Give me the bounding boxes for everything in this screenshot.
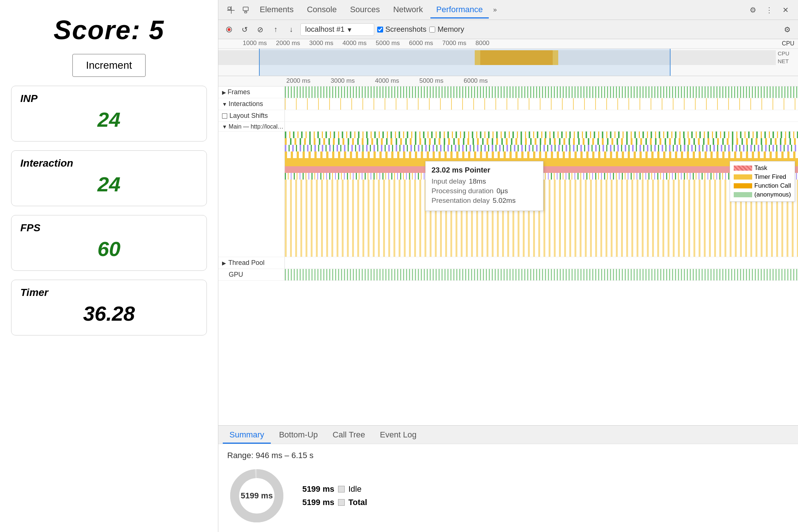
total-label: Total [348,498,367,507]
gpu-text: GPU [229,271,243,279]
capture-settings-icon[interactable]: ⚙ [781,23,794,36]
timeline-overview[interactable]: 1000 ms 2000 ms 3000 ms 4000 ms 5000 ms … [218,39,798,76]
svg-rect-3 [243,7,248,11]
record-button[interactable] [223,23,235,36]
summary-range: Range: 946 ms – 6.15 s [227,451,789,460]
flame-row-3 [218,151,798,158]
main-thread-label[interactable]: ▼ Main — http://localhost:5173/understan… [218,122,285,131]
main-thread-text: Main — http://localhost:5173/understandi… [229,123,284,130]
summary-content: 5199 ms 5199 ms Idle 5199 ms Total [227,466,789,525]
idle-swatch [338,486,345,492]
tl-mark-2: 4000 ms [374,77,418,85]
interactions-track: ▼ Interactions [218,98,798,110]
overview-ruler: 1000 ms 2000 ms 3000 ms 4000 ms 5000 ms … [218,39,798,49]
tab-performance[interactable]: Performance [430,2,489,18]
download-button[interactable]: ↓ [285,23,297,36]
flame-row-1 [218,138,798,145]
score-display: Score: 5 [54,15,164,45]
screenshots-checkbox-label[interactable]: Screenshots [377,25,426,34]
flame-label-4 [218,158,285,166]
total-swatch [338,499,345,506]
refresh-record-button[interactable]: ↺ [238,23,251,36]
frames-label[interactable]: ▶ Frames [218,86,285,98]
inspect-icon[interactable] [224,3,238,17]
more-options-icon[interactable]: ⋮ [763,3,776,17]
ruler-mark-7: 7000 ms [440,40,473,47]
flame-filler [218,180,798,257]
interactions-chevron[interactable]: ▼ [222,101,227,107]
screenshots-label: Screenshots [385,25,426,34]
donut-chart: 5199 ms [227,466,286,525]
url-selector[interactable]: localhost #1 ▾ [300,23,374,36]
performance-toolbar: ↺ ⊘ ↑ ↓ localhost #1 ▾ Screenshots Memor… [218,20,798,39]
device-icon[interactable] [239,3,252,17]
tl-mark-0: 2000 ms [285,77,329,85]
interactions-label[interactable]: ▼ Interactions [218,98,285,110]
upload-button[interactable]: ↑ [269,23,282,36]
legend-timer-fired: Timer Fired [734,173,791,181]
memory-checkbox[interactable] [429,27,435,33]
donut-label: 5199 ms [241,491,273,501]
timer-value: 36.28 [20,300,198,327]
more-tabs-button[interactable]: » [490,3,500,17]
legend-timer-fired-swatch [734,174,752,180]
flame-content-4 [285,158,798,166]
tl-mark-3: 5000 ms [418,77,462,85]
interactions-text: Interactions [229,100,263,108]
inp-card: INP 24 [11,86,207,141]
flame-row-5 [218,166,798,173]
interaction-value: 24 [20,171,198,198]
thread-pool-chevron[interactable]: ▶ [222,260,226,266]
url-dropdown-icon[interactable]: ▾ [348,25,351,34]
layout-shifts-checkbox[interactable] [222,113,227,119]
tab-elements[interactable]: Elements [254,2,300,18]
legend-task-label: Task [754,164,767,172]
layout-shifts-content [285,110,798,122]
gpu-label: GPU [218,269,285,280]
timeline-selection[interactable] [259,49,671,76]
frames-chevron[interactable]: ▶ [222,89,226,95]
tab-network[interactable]: Network [387,2,429,18]
devtools-tabbar: Elements Console Sources Network Perform… [218,0,798,20]
net-right-label: NET [778,58,798,64]
flame-content-filler [285,180,798,257]
ruler-mark-2: 2000 ms [274,40,307,47]
legend-panel: Task Timer Fired Function Call (anonymou… [730,161,795,202]
svg-point-6 [228,28,231,31]
flame-content-1 [285,138,798,145]
tab-console[interactable]: Console [301,2,343,18]
thread-pool-label[interactable]: ▶ Thread Pool [218,257,285,269]
tab-event-log[interactable]: Event Log [373,427,423,444]
layout-shifts-text: Layout Shifts [229,112,268,120]
frames-text: Frames [228,88,250,96]
layout-shifts-label[interactable]: Layout Shifts [218,110,285,122]
tab-sources[interactable]: Sources [344,2,386,18]
legend-anonymous-swatch [734,192,752,197]
close-icon[interactable]: ✕ [779,3,792,17]
topbar-right: ⚙ ⋮ ✕ [746,3,792,17]
main-chevron[interactable]: ▼ [222,124,227,130]
settings-icon[interactable]: ⚙ [746,3,760,17]
tab-call-tree[interactable]: Call Tree [326,427,372,444]
legend-task: Task [734,164,791,173]
screenshots-checkbox[interactable] [377,27,383,33]
cpu-right-label: CPU [778,50,798,57]
flame-chart [218,132,798,257]
tab-summary[interactable]: Summary [223,427,271,444]
inp-label: INP [20,93,198,105]
flame-content-5 [285,166,798,173]
flame-label-6 [218,173,285,180]
fps-label: FPS [20,222,198,234]
increment-button[interactable]: Increment [72,54,146,77]
tab-bottom-up[interactable]: Bottom-Up [272,427,324,444]
frames-content [285,86,798,98]
idle-legend-row: 5199 ms Idle [301,484,367,494]
main-thread-header: ▼ Main — http://localhost:5173/understan… [218,122,798,132]
clear-button[interactable]: ⊘ [254,23,266,36]
flame-label-2 [218,145,285,151]
flame-row-4 [218,158,798,166]
flame-label-filler [218,180,285,257]
memory-checkbox-label[interactable]: Memory [429,25,464,34]
flame-label-0 [218,132,285,138]
flame-content-3 [285,151,798,158]
